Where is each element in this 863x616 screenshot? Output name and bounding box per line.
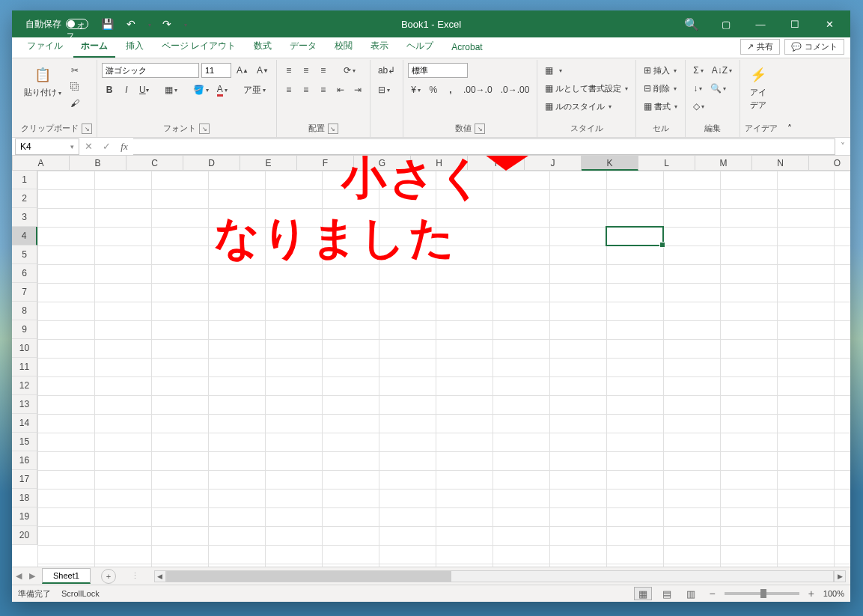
scroll-left-button[interactable]: ◀ [154, 570, 166, 582]
qat-customize[interactable] [183, 20, 187, 28]
number-launcher[interactable]: ↘ [475, 123, 485, 134]
increase-indent-icon[interactable]: ⇥ [350, 82, 365, 97]
expand-formula-bar-icon[interactable]: ˅ [835, 141, 850, 152]
column-header-L[interactable]: L [638, 156, 695, 171]
enter-formula-icon[interactable]: ✓ [97, 138, 115, 155]
cell-styles-button[interactable]: ▦ ルのスタイル [542, 99, 615, 114]
row-header-10[interactable]: 10 [12, 339, 37, 358]
font-size-select[interactable] [201, 63, 231, 78]
accounting-format-icon[interactable]: ¥ [408, 82, 424, 97]
column-header-N[interactable]: N [752, 156, 809, 171]
autosave-toggle[interactable]: 自動保存 オフ [25, 18, 88, 31]
italic-button[interactable]: I [119, 82, 134, 97]
redo-icon[interactable]: ↷ [159, 16, 175, 32]
row-header-19[interactable]: 19 [12, 507, 37, 526]
close-button[interactable]: ✕ [813, 10, 846, 37]
tab-home[interactable]: ホーム [73, 36, 115, 58]
conditional-formatting-button[interactable]: ▦ [542, 63, 565, 78]
clipboard-launcher[interactable]: ↘ [82, 123, 92, 134]
row-header-11[interactable]: 11 [12, 358, 37, 376]
tab-help[interactable]: ヘルプ [399, 36, 441, 58]
orientation-icon[interactable]: ⟳ [341, 63, 359, 78]
merge-center-icon[interactable]: ⊟ [375, 82, 393, 97]
tab-data[interactable]: データ [282, 36, 324, 58]
align-right-icon[interactable]: ≡ [316, 82, 331, 97]
align-middle-icon[interactable]: ≡ [299, 63, 314, 78]
scroll-right-button[interactable]: ▶ [834, 570, 846, 582]
row-header-4[interactable]: 4 [12, 227, 37, 246]
column-header-H[interactable]: H [411, 156, 468, 171]
tab-insert[interactable]: 挿入 [118, 36, 151, 58]
minimize-button[interactable]: — [744, 10, 777, 37]
column-header-B[interactable]: B [70, 156, 126, 171]
align-top-icon[interactable]: ≡ [281, 63, 296, 78]
alignment-launcher[interactable]: ↘ [328, 123, 338, 134]
page-layout-view-icon[interactable]: ▤ [658, 587, 676, 600]
column-header-C[interactable]: C [126, 156, 183, 171]
row-header-8[interactable]: 8 [12, 302, 37, 320]
sheet-tab-sheet1[interactable]: Sheet1 [42, 568, 91, 584]
decrease-decimal-icon[interactable]: .0→.00 [498, 82, 533, 97]
add-sheet-button[interactable]: + [101, 569, 116, 584]
column-header-F[interactable]: F [297, 156, 354, 171]
find-select-icon[interactable]: 🔍 [707, 81, 729, 96]
row-header-15[interactable]: 15 [12, 433, 37, 451]
select-all-button[interactable] [12, 156, 13, 171]
maximize-button[interactable]: ☐ [778, 10, 811, 37]
column-header-I[interactable]: I [468, 156, 525, 171]
font-name-select[interactable] [102, 63, 199, 78]
column-header-J[interactable]: J [525, 156, 582, 171]
normal-view-icon[interactable]: ▦ [634, 587, 652, 600]
formula-input[interactable] [133, 138, 835, 155]
font-launcher[interactable]: ↘ [199, 123, 210, 134]
align-bottom-icon[interactable]: ≡ [316, 63, 331, 78]
tab-review[interactable]: 校閲 [327, 36, 360, 58]
row-header-12[interactable]: 12 [12, 376, 37, 395]
row-header-13[interactable]: 13 [12, 395, 37, 414]
share-button[interactable]: ↗ 共有 [740, 39, 780, 55]
column-header-E[interactable]: E [240, 156, 297, 171]
undo-icon[interactable]: ↶ [123, 16, 139, 32]
format-as-table-button[interactable]: ▦ ルとして書式設定 [542, 81, 631, 96]
borders-icon[interactable]: ▦ [162, 82, 180, 97]
zoom-slider[interactable] [725, 592, 799, 595]
save-icon[interactable]: 💾 [99, 16, 115, 32]
row-header-16[interactable]: 16 [12, 451, 37, 470]
copy-icon[interactable]: ⿻ [67, 79, 82, 94]
fill-icon[interactable]: ↓ [690, 81, 705, 96]
zoom-level[interactable]: 100% [823, 589, 844, 598]
cells-area[interactable] [37, 171, 850, 567]
row-header-5[interactable]: 5 [12, 246, 37, 264]
increase-decimal-icon[interactable]: .00→.0 [460, 82, 495, 97]
row-header-6[interactable]: 6 [12, 264, 37, 283]
row-header-14[interactable]: 14 [12, 414, 37, 433]
column-header-M[interactable]: M [695, 156, 752, 171]
clear-icon[interactable]: ◇ [690, 99, 707, 114]
ribbon-display-options-icon[interactable]: ▢ [710, 10, 742, 37]
sort-filter-icon[interactable]: A↓Z [709, 63, 735, 78]
phonetic-icon[interactable]: ア亜 [240, 82, 269, 97]
column-header-K[interactable]: K [582, 156, 638, 171]
row-header-20[interactable]: 20 [12, 526, 37, 545]
row-header-17[interactable]: 17 [12, 470, 37, 489]
row-header-9[interactable]: 9 [12, 320, 37, 339]
autosum-icon[interactable]: Σ [690, 63, 706, 78]
sheet-nav-next[interactable]: ▶ [25, 570, 39, 583]
tab-page-layout[interactable]: ページ レイアウト [154, 36, 243, 58]
collapse-ribbon-icon[interactable]: ˄ [782, 60, 797, 137]
number-format-select[interactable] [408, 63, 468, 78]
decrease-indent-icon[interactable]: ⇤ [333, 82, 348, 97]
fill-color-icon[interactable]: 🪣 [190, 82, 212, 97]
cancel-formula-icon[interactable]: ✕ [79, 138, 97, 155]
horizontal-scrollbar[interactable]: ◀ ▶ [154, 570, 846, 582]
insert-function-icon[interactable]: fx [115, 138, 133, 155]
decrease-font-icon[interactable]: A▼ [254, 63, 272, 78]
tab-view[interactable]: 表示 [363, 36, 396, 58]
scroll-thumb[interactable] [167, 571, 451, 582]
row-header-7[interactable]: 7 [12, 283, 37, 302]
paste-button[interactable]: 📋 貼り付け [21, 63, 64, 100]
ideas-button[interactable]: ⚡ アイ デア [745, 63, 772, 112]
percent-format-icon[interactable]: % [426, 82, 441, 97]
page-break-view-icon[interactable]: ▥ [682, 587, 700, 600]
column-header-O[interactable]: O [809, 156, 850, 171]
